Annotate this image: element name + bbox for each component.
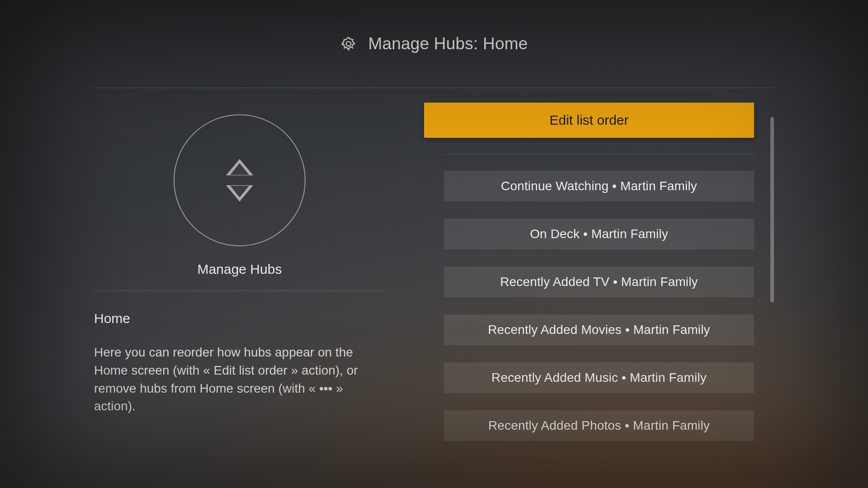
- hub-item-label: Recently Added TV • Martin Family: [500, 275, 698, 289]
- hub-item-label: Recently Added Photos • Martin Family: [488, 418, 710, 433]
- hub-item-label: Recently Added Music • Martin Family: [491, 371, 707, 385]
- hub-item[interactable]: Recently Added Music • Martin Family: [444, 362, 754, 393]
- page-header: Manage Hubs: Home: [94, 0, 774, 88]
- section-description: Here you can reorder how hubs appear on …: [94, 343, 374, 415]
- hub-item-label: On Deck • Martin Family: [530, 227, 668, 241]
- right-panel: Edit list order Continue Watching • Mart…: [424, 88, 774, 488]
- page-title: Manage Hubs: Home: [368, 34, 528, 53]
- chevron-up-icon: [226, 159, 253, 175]
- hub-list: Continue Watching • Martin FamilyOn Deck…: [424, 171, 754, 441]
- left-panel: Manage Hubs Home Here you can reorder ho…: [94, 88, 385, 488]
- hub-item[interactable]: Recently Added Photos • Martin Family: [444, 410, 754, 441]
- edit-list-order-button[interactable]: Edit list order: [424, 103, 754, 138]
- reorder-icon: [174, 114, 306, 246]
- hub-item-label: Recently Added Movies • Martin Family: [488, 323, 710, 337]
- section-title: Home: [94, 311, 385, 326]
- hub-item[interactable]: Continue Watching • Martin Family: [444, 171, 754, 202]
- scrollbar[interactable]: [770, 117, 774, 302]
- list-divider: [444, 154, 754, 155]
- hub-item[interactable]: On Deck • Martin Family: [444, 219, 754, 249]
- badge-label: Manage Hubs: [198, 262, 282, 277]
- hub-item[interactable]: Recently Added TV • Martin Family: [444, 267, 754, 297]
- svg-point-0: [346, 42, 351, 46]
- hub-item[interactable]: Recently Added Movies • Martin Family: [444, 314, 754, 345]
- chevron-down-icon: [226, 185, 253, 202]
- edit-list-order-label: Edit list order: [549, 113, 628, 128]
- left-divider: [94, 291, 385, 291]
- gear-icon: [340, 35, 357, 52]
- hub-item-label: Continue Watching • Martin Family: [501, 179, 697, 193]
